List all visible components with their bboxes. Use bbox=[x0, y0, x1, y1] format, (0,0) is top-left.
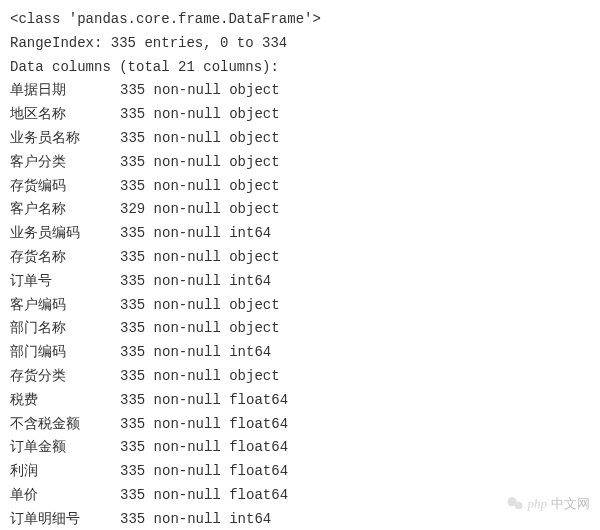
column-info: 335 non-null object bbox=[120, 294, 280, 318]
dataframe-info-output: <class 'pandas.core.frame.DataFrame'> Ra… bbox=[10, 8, 590, 530]
column-row: 部门名称335 non-null object bbox=[10, 317, 590, 341]
column-info: 335 non-null object bbox=[120, 79, 280, 103]
watermark-logo: php bbox=[528, 493, 548, 515]
column-row: 单据日期335 non-null object bbox=[10, 79, 590, 103]
column-info: 335 non-null float64 bbox=[120, 436, 288, 460]
column-info: 335 non-null object bbox=[120, 365, 280, 389]
column-name: 订单号 bbox=[10, 270, 120, 294]
column-row: 客户编码335 non-null object bbox=[10, 294, 590, 318]
column-name: 存货编码 bbox=[10, 175, 120, 199]
column-info: 329 non-null object bbox=[120, 198, 280, 222]
column-row: 订单号335 non-null int64 bbox=[10, 270, 590, 294]
column-info: 335 non-null object bbox=[120, 151, 280, 175]
column-name: 地区名称 bbox=[10, 103, 120, 127]
wechat-icon bbox=[506, 495, 524, 513]
column-name: 单价 bbox=[10, 484, 120, 508]
column-name: 利润 bbox=[10, 460, 120, 484]
column-info: 335 non-null float64 bbox=[120, 484, 288, 508]
column-row: 客户分类335 non-null object bbox=[10, 151, 590, 175]
watermark: php 中文网 bbox=[506, 493, 591, 515]
column-row: 单价335 non-null float64 bbox=[10, 484, 590, 508]
column-name: 单据日期 bbox=[10, 79, 120, 103]
column-name: 存货分类 bbox=[10, 365, 120, 389]
column-name: 不含税金额 bbox=[10, 413, 120, 437]
column-row: 税费335 non-null float64 bbox=[10, 389, 590, 413]
column-row: 不含税金额335 non-null float64 bbox=[10, 413, 590, 437]
column-name: 业务员名称 bbox=[10, 127, 120, 151]
column-info: 335 non-null object bbox=[120, 127, 280, 151]
column-row: 业务员编码335 non-null int64 bbox=[10, 222, 590, 246]
column-name: 税费 bbox=[10, 389, 120, 413]
column-name: 客户编码 bbox=[10, 294, 120, 318]
column-row: 存货名称335 non-null object bbox=[10, 246, 590, 270]
column-row: 订单金额335 non-null float64 bbox=[10, 436, 590, 460]
columns-list: 单据日期335 non-null object地区名称335 non-null … bbox=[10, 79, 590, 530]
column-row: 存货编码335 non-null object bbox=[10, 175, 590, 199]
column-row: 业务员名称335 non-null object bbox=[10, 127, 590, 151]
column-name: 部门编码 bbox=[10, 341, 120, 365]
column-info: 335 non-null object bbox=[120, 103, 280, 127]
range-index-line: RangeIndex: 335 entries, 0 to 334 bbox=[10, 32, 590, 56]
column-info: 335 non-null float64 bbox=[120, 389, 288, 413]
column-row: 部门编码335 non-null int64 bbox=[10, 341, 590, 365]
column-info: 335 non-null object bbox=[120, 175, 280, 199]
column-info: 335 non-null int64 bbox=[120, 341, 271, 365]
column-row: 存货分类335 non-null object bbox=[10, 365, 590, 389]
column-info: 335 non-null int64 bbox=[120, 270, 271, 294]
column-info: 335 non-null object bbox=[120, 317, 280, 341]
column-name: 订单金额 bbox=[10, 436, 120, 460]
class-line: <class 'pandas.core.frame.DataFrame'> bbox=[10, 8, 590, 32]
column-info: 335 non-null object bbox=[120, 246, 280, 270]
watermark-text: 中文网 bbox=[551, 493, 590, 515]
column-info: 335 non-null int64 bbox=[120, 508, 271, 530]
columns-intro-line: Data columns (total 21 columns): bbox=[10, 56, 590, 80]
column-name: 客户名称 bbox=[10, 198, 120, 222]
column-name: 客户分类 bbox=[10, 151, 120, 175]
column-row: 地区名称335 non-null object bbox=[10, 103, 590, 127]
column-row: 利润335 non-null float64 bbox=[10, 460, 590, 484]
column-row: 客户名称329 non-null object bbox=[10, 198, 590, 222]
column-info: 335 non-null int64 bbox=[120, 222, 271, 246]
column-row: 订单明细号335 non-null int64 bbox=[10, 508, 590, 530]
column-info: 335 non-null float64 bbox=[120, 460, 288, 484]
column-name: 存货名称 bbox=[10, 246, 120, 270]
column-name: 部门名称 bbox=[10, 317, 120, 341]
column-info: 335 non-null float64 bbox=[120, 413, 288, 437]
column-name: 订单明细号 bbox=[10, 508, 120, 530]
column-name: 业务员编码 bbox=[10, 222, 120, 246]
svg-point-1 bbox=[515, 502, 523, 510]
